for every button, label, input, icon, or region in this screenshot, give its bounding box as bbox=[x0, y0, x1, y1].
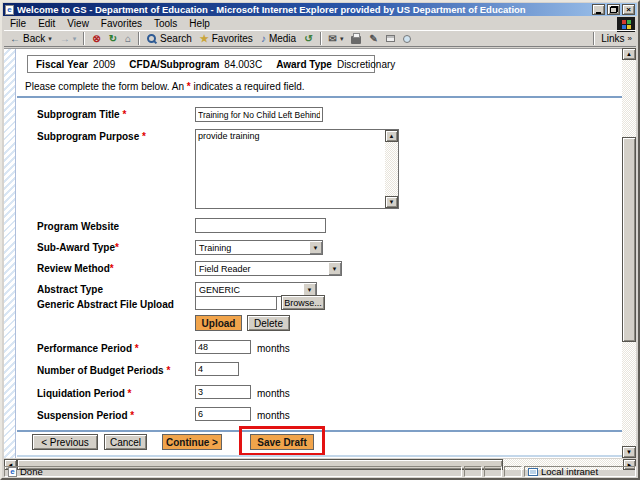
menu-tools[interactable]: Tools bbox=[148, 18, 183, 29]
liquidation-period-label: Liquidation Period * bbox=[37, 388, 131, 399]
award-type-value: Discretionary bbox=[337, 59, 395, 70]
discuss-icon bbox=[386, 35, 395, 42]
subprogram-title-input[interactable] bbox=[195, 107, 323, 122]
status-text: Done bbox=[20, 466, 43, 477]
mail-dropdown-icon[interactable]: ▾ bbox=[340, 35, 344, 43]
cfda-subprogram-value: 84.003C bbox=[224, 59, 262, 70]
menu-edit[interactable]: Edit bbox=[32, 18, 61, 29]
close-button[interactable]: × bbox=[622, 4, 635, 15]
cancel-button[interactable]: Cancel bbox=[104, 434, 147, 450]
forward-dropdown-icon[interactable]: ▾ bbox=[73, 35, 77, 43]
previous-button[interactable]: < Previous bbox=[32, 434, 98, 450]
title-bar: e Welcome to GS - Department of Educatio… bbox=[3, 3, 637, 16]
vertical-scrollbar-thumb[interactable] bbox=[622, 137, 636, 342]
sub-award-type-value: Training bbox=[199, 243, 231, 253]
back-button[interactable]: ← Back ▾ bbox=[6, 32, 56, 45]
textarea-scrollbar[interactable]: ▲ ▼ bbox=[385, 130, 398, 208]
refresh-button[interactable]: ↻ bbox=[105, 33, 121, 45]
mail-icon: ✉ bbox=[329, 34, 337, 44]
menu-favorites[interactable]: Favorites bbox=[95, 18, 148, 29]
media-button[interactable]: ♪ Media bbox=[257, 32, 300, 45]
subprogram-purpose-label: Subprogram Purpose * bbox=[37, 131, 146, 142]
menu-file[interactable]: File bbox=[4, 18, 32, 29]
mail-button[interactable]: ✉ ▾ bbox=[325, 33, 348, 45]
menu-view[interactable]: View bbox=[61, 18, 95, 29]
subprogram-purpose-textarea[interactable]: provide training ▲ ▼ bbox=[195, 129, 399, 209]
intranet-zone-icon bbox=[528, 468, 538, 476]
scroll-up-icon[interactable]: ▲ bbox=[622, 48, 636, 60]
fiscal-year-label: Fiscal Year bbox=[36, 59, 88, 70]
performance-period-unit: months bbox=[257, 343, 290, 354]
favorites-icon: ★ bbox=[200, 34, 209, 44]
review-method-select[interactable]: Field Reader ▼ bbox=[195, 261, 342, 276]
delete-button[interactable]: Delete bbox=[247, 315, 290, 331]
stop-icon: ⊗ bbox=[92, 34, 100, 44]
suspension-period-input[interactable] bbox=[195, 407, 251, 421]
back-icon: ← bbox=[10, 34, 20, 44]
vertical-scrollbar[interactable]: ▲ ▼ bbox=[622, 48, 636, 458]
cfda-subprogram-label: CFDA/Subprogram bbox=[129, 59, 219, 70]
save-draft-button[interactable]: Save Draft bbox=[250, 434, 314, 450]
print-button[interactable] bbox=[347, 33, 365, 45]
links-bar-label[interactable]: Links bbox=[601, 33, 624, 44]
window-title: Welcome to GS - Department of Education … bbox=[17, 4, 526, 15]
chevron-down-icon[interactable]: ▼ bbox=[309, 241, 322, 254]
restore-button[interactable] bbox=[607, 4, 620, 15]
file-upload-input[interactable] bbox=[195, 296, 277, 310]
scroll-up-icon[interactable]: ▲ bbox=[385, 130, 398, 142]
sub-award-type-select[interactable]: Training ▼ bbox=[195, 240, 323, 255]
scroll-down-icon[interactable]: ▼ bbox=[622, 446, 636, 458]
discuss-button[interactable] bbox=[382, 34, 399, 43]
status-pane-empty bbox=[464, 466, 482, 477]
sub-award-type-label: Sub-Award Type* bbox=[37, 242, 119, 253]
history-button[interactable]: ↺ bbox=[300, 33, 316, 45]
program-website-input[interactable] bbox=[195, 218, 326, 233]
award-type-label: Award Type bbox=[276, 59, 332, 70]
back-dropdown-icon[interactable]: ▾ bbox=[48, 35, 52, 43]
continue-button[interactable]: Continue > bbox=[162, 434, 222, 450]
media-label: Media bbox=[269, 33, 296, 44]
page-left-stripe-decoration bbox=[4, 49, 16, 458]
toolbar-separator bbox=[83, 32, 85, 45]
print-icon bbox=[351, 36, 361, 44]
upload-button[interactable]: Upload bbox=[195, 315, 242, 331]
forward-button[interactable]: → ▾ bbox=[56, 33, 81, 45]
stop-button[interactable]: ⊗ bbox=[88, 33, 104, 45]
edit-button[interactable]: ✎ bbox=[365, 33, 381, 45]
toolbar-separator bbox=[320, 32, 322, 45]
menu-help[interactable]: Help bbox=[183, 18, 216, 29]
fiscal-year-value: 2009 bbox=[93, 59, 115, 70]
performance-period-input[interactable] bbox=[195, 340, 251, 354]
browse-button[interactable]: Browse... bbox=[281, 295, 325, 310]
forward-icon: → bbox=[60, 34, 70, 44]
favorites-button[interactable]: ★ Favorites bbox=[196, 32, 257, 45]
back-label: Back bbox=[23, 33, 45, 44]
ie-document-icon: e bbox=[5, 5, 14, 15]
review-method-value: Field Reader bbox=[199, 264, 251, 274]
home-button[interactable]: ⌂ bbox=[121, 33, 135, 45]
status-pane-empty bbox=[484, 466, 502, 477]
status-pane-empty bbox=[504, 466, 522, 477]
liquidation-period-input[interactable] bbox=[195, 385, 251, 399]
home-icon: ⌂ bbox=[125, 34, 131, 44]
favorites-label: Favorites bbox=[212, 33, 253, 44]
budget-periods-input[interactable] bbox=[195, 362, 239, 376]
messenger-button[interactable] bbox=[399, 34, 415, 44]
scroll-down-icon[interactable]: ▼ bbox=[385, 196, 398, 208]
search-icon bbox=[147, 34, 157, 44]
program-website-label: Program Website bbox=[37, 221, 119, 232]
messenger-icon bbox=[403, 35, 411, 43]
form-area: Fiscal Year 2009 CFDA/Subprogram 84.003C… bbox=[17, 49, 626, 458]
links-chevron-icon[interactable]: » bbox=[628, 34, 632, 43]
liquidation-period-unit: months bbox=[257, 388, 290, 399]
form-instruction: Please complete the form below. An * ind… bbox=[25, 81, 305, 92]
subprogram-purpose-text: provide training bbox=[198, 131, 383, 141]
search-button[interactable]: Search bbox=[143, 32, 196, 45]
edit-icon: ✎ bbox=[369, 34, 377, 44]
toolbar-separator bbox=[138, 32, 140, 45]
chevron-down-icon[interactable]: ▼ bbox=[328, 262, 341, 275]
page-status-icon: e bbox=[8, 467, 17, 477]
refresh-icon: ↻ bbox=[109, 34, 117, 44]
context-summary-box: Fiscal Year 2009 CFDA/Subprogram 84.003C… bbox=[27, 55, 375, 73]
minimize-button[interactable] bbox=[592, 4, 605, 15]
